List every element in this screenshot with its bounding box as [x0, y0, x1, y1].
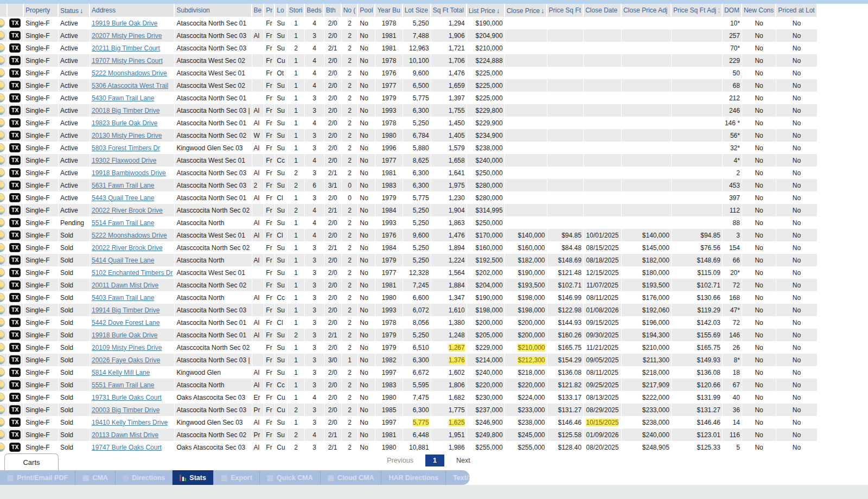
listing-photo-icon[interactable]: [0, 405, 5, 414]
listing-photo-icon[interactable]: [0, 156, 5, 165]
column-header-date[interactable]: Close Date: [584, 4, 622, 17]
address-link[interactable]: 19918 Burle Oak Drive: [92, 331, 157, 339]
column-header-beds[interactable]: Beds: [305, 4, 324, 17]
tab-carts[interactable]: Carts: [4, 453, 59, 470]
address-link[interactable]: 19747 Burle Oaks Court: [92, 444, 162, 451]
listing-photo-icon[interactable]: [0, 293, 5, 302]
address-link[interactable]: 5551 Fawn Trail Lane: [92, 381, 154, 389]
address-link[interactable]: 5443 Quail Tree Lane: [92, 194, 154, 202]
listing-photo-icon[interactable]: [0, 330, 5, 340]
column-header-tx[interactable]: [8, 4, 24, 17]
address-link[interactable]: 20211 Big Timber Court: [92, 44, 160, 52]
column-header-photo[interactable]: [0, 4, 8, 17]
listing-photo-icon[interactable]: [0, 18, 5, 28]
column-header-ng[interactable]: No (: [342, 4, 359, 17]
listing-photo-icon[interactable]: [0, 280, 5, 290]
stats-button[interactable]: Stats: [173, 470, 214, 485]
column-header-addr[interactable]: Address: [90, 4, 175, 17]
address-link[interactable]: 20022 River Brook Drive: [92, 207, 163, 214]
address-link[interactable]: 5414 Quail Tree Lane: [92, 257, 154, 264]
address-link[interactable]: 5222 Moonshadows Drive: [92, 69, 167, 77]
listing-photo-icon[interactable]: [0, 56, 5, 65]
address-link[interactable]: 20026 Faye Oaks Drive: [92, 356, 160, 364]
address-link[interactable]: 5430 Fawn Trail Lane: [92, 94, 154, 102]
column-header-pr[interactable]: Pr: [264, 4, 275, 17]
listing-photo-icon[interactable]: [0, 418, 5, 427]
listing-photo-icon[interactable]: [0, 430, 5, 439]
listing-photo-icon[interactable]: [0, 255, 5, 265]
listing-photo-icon[interactable]: [0, 318, 5, 327]
address-link[interactable]: 20113 Dawn Mist Drive: [92, 431, 158, 439]
column-header-pal[interactable]: Priced at Lot: [776, 4, 817, 17]
address-link[interactable]: 5803 Forest Timbers Dr: [92, 144, 160, 152]
listing-photo-icon[interactable]: [0, 143, 5, 152]
listing-photo-icon[interactable]: [0, 231, 5, 240]
export-button[interactable]: ▥Export: [214, 470, 260, 485]
address-link[interactable]: 19918 Bambiwoods Drive: [92, 169, 166, 177]
next-button[interactable]: Next: [456, 457, 470, 464]
address-link[interactable]: 5306 Atascocita West Trail: [92, 82, 168, 89]
listing-photo-icon[interactable]: [0, 181, 5, 190]
page-1-button[interactable]: 1: [425, 455, 444, 466]
address-link[interactable]: 20018 Big Timber Drive: [92, 107, 159, 114]
previous-button[interactable]: Previous: [387, 457, 413, 464]
har-directions-button[interactable]: HAR Directions: [381, 470, 446, 485]
listing-photo-icon[interactable]: [0, 81, 5, 90]
listing-photo-icon[interactable]: [0, 193, 5, 202]
listing-photo-icon[interactable]: [0, 68, 5, 78]
column-header-psf[interactable]: Price Sq Ft: [547, 4, 584, 17]
column-header-st[interactable]: Stori: [288, 4, 305, 17]
listing-photo-icon[interactable]: [0, 243, 5, 252]
address-link[interactable]: 19914 Big Timber Drive: [92, 306, 159, 314]
address-link[interactable]: 5442 Dove Forest Lane: [92, 319, 159, 327]
column-header-pool[interactable]: Pool: [358, 4, 375, 17]
cloud-cma-button[interactable]: ▦Cloud CMA: [321, 470, 382, 485]
address-link[interactable]: 19823 Burle Oak Drive: [92, 119, 157, 127]
cma-button[interactable]: ▦CMA: [75, 470, 116, 485]
address-link[interactable]: 19707 Misty Pines Court: [92, 57, 163, 65]
column-header-bth[interactable]: Bth: [324, 4, 342, 17]
column-header-lot[interactable]: Lot Size: [403, 4, 431, 17]
address-link[interactable]: 5222 Moonshadows Drive: [92, 232, 167, 239]
listing-photo-icon[interactable]: [0, 268, 5, 277]
address-link[interactable]: 20130 Misty Pines Drive: [92, 132, 162, 139]
listing-photo-icon[interactable]: [0, 393, 5, 402]
column-header-lo[interactable]: Lo: [275, 4, 287, 17]
listing-photo-icon[interactable]: [0, 355, 5, 364]
listing-photo-icon[interactable]: [0, 343, 5, 352]
address-link[interactable]: 5514 Fawn Trail Lane: [92, 219, 154, 227]
column-header-prop[interactable]: Property: [24, 4, 59, 17]
column-header-sqft[interactable]: Sq Ft Total: [431, 4, 467, 17]
column-header-subd[interactable]: Subdivision: [175, 4, 252, 17]
listing-photo-icon[interactable]: [0, 218, 5, 227]
address-link[interactable]: 20207 Misty Pines Drive: [92, 32, 162, 40]
listing-photo-icon[interactable]: [0, 118, 5, 127]
column-header-padj[interactable]: Price Sq Ft Adj :: [672, 4, 723, 17]
listing-photo-icon[interactable]: [0, 168, 5, 177]
address-link[interactable]: 20022 River Brook Drive: [92, 244, 163, 252]
listing-photo-icon[interactable]: [0, 380, 5, 389]
address-link[interactable]: 5403 Fawn Trail Lane: [92, 294, 154, 302]
listing-photo-icon[interactable]: [0, 443, 5, 452]
column-header-be[interactable]: Be: [252, 4, 265, 17]
column-header-list[interactable]: List Price↓: [467, 4, 505, 17]
quick-cma-button[interactable]: ▨Quick CMA: [260, 470, 321, 485]
address-link[interactable]: 19731 Burle Oaks Court: [92, 394, 162, 401]
address-link[interactable]: 19302 Flaxwood Drive: [92, 157, 156, 164]
print-email-pdf-button[interactable]: ▤Print/Email PDF: [0, 470, 75, 485]
column-header-status[interactable]: Status↓: [59, 4, 90, 17]
listing-photo-icon[interactable]: [0, 106, 5, 115]
column-header-close[interactable]: Close Price↓: [505, 4, 547, 17]
address-link[interactable]: 5631 Fawn Trail Lane: [92, 182, 154, 189]
column-header-yr[interactable]: Year Bu: [375, 4, 403, 17]
listing-photo-icon[interactable]: [0, 131, 5, 140]
listing-photo-icon[interactable]: [0, 93, 5, 103]
listing-photo-icon[interactable]: [0, 206, 5, 215]
directions-button[interactable]: ◎Directions: [116, 470, 173, 485]
address-link[interactable]: 5814 Kelly Mill Lane: [92, 369, 150, 376]
column-header-dom[interactable]: DOM: [723, 4, 742, 17]
listing-photo-icon[interactable]: [0, 305, 5, 315]
listing-photo-icon[interactable]: [0, 368, 5, 377]
column-header-nc[interactable]: New Cons: [742, 4, 776, 17]
address-link[interactable]: 20003 Big Timber Drive: [92, 406, 159, 414]
